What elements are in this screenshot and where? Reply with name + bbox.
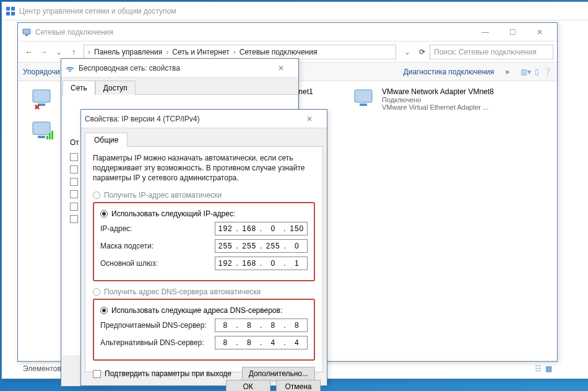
checkbox[interactable] [70, 215, 78, 223]
titlebar[interactable]: Свойства: IP версии 4 (TCP/IPv4) ✕ [81, 110, 327, 128]
radio-ip-auto[interactable]: Получить IP-адрес автоматически [93, 191, 315, 200]
tab-access[interactable]: Доступ [95, 81, 136, 95]
alternate-dns-input[interactable]: 8. 8. 4. 4 [215, 336, 308, 349]
svg-rect-12 [46, 136, 48, 139]
radio-dns-manual[interactable]: Использовать следующие адреса DNS-сервер… [100, 306, 308, 315]
crumb[interactable]: Сеть и Интернет [170, 48, 231, 56]
description-text: Параметры IP можно назначать автоматичес… [93, 153, 315, 183]
subnet-mask-input[interactable]: 255. 255. 255. 0 [215, 239, 308, 253]
svg-rect-11 [38, 136, 45, 138]
svg-rect-13 [49, 133, 51, 139]
radio-label: Получить адрес DNS-сервера автоматически [104, 288, 261, 296]
svg-rect-1 [11, 7, 15, 11]
crumb[interactable]: Панель управления [92, 48, 165, 56]
dns1-label: Предпочитаемый DNS-сервер: [100, 321, 215, 330]
checkbox[interactable] [70, 178, 78, 186]
cancel-button[interactable]: Отмена [276, 380, 321, 391]
gateway-input[interactable]: 192. 168. 0. 1 [215, 257, 308, 270]
view-details-icon[interactable]: ☷ [535, 364, 542, 373]
overflow-button[interactable]: » [505, 68, 509, 76]
nav-fwd-button[interactable]: → [37, 45, 51, 59]
history-dropdown[interactable]: ⌄ [400, 45, 415, 59]
titlebar[interactable]: Сетевые подключения — ☐ ✕ [18, 23, 557, 42]
svg-rect-10 [33, 122, 50, 134]
minimize-button[interactable]: — [472, 24, 499, 41]
tab-network[interactable]: Сеть [63, 81, 95, 95]
titlebar[interactable]: Центр управления сетями и общим доступом… [2, 2, 588, 20]
network-icon [22, 27, 32, 37]
help-icon[interactable]: ❔ [543, 68, 552, 76]
refresh-button[interactable]: ⟳ [415, 45, 430, 59]
adapter-item[interactable]: VMware Network Adapter VMnet8 Подключено… [352, 87, 538, 111]
svg-rect-7 [33, 90, 50, 102]
svg-rect-14 [51, 131, 53, 139]
svg-text:✖: ✖ [34, 103, 40, 110]
radio-label: Использовать следующие адреса DNS-сервер… [111, 306, 282, 315]
view-tiles-icon[interactable]: ▦ [545, 364, 552, 373]
checkbox-icon [93, 370, 101, 378]
dialog-title: Беспроводная сеть: свойства [79, 64, 267, 72]
close-button[interactable]: ✕ [267, 59, 295, 77]
dns-group: Использовать следующие адреса DNS-сервер… [93, 299, 315, 361]
svg-rect-16 [360, 103, 367, 106]
view-layout-icon[interactable]: ▥▾ [521, 68, 531, 76]
svg-rect-3 [11, 12, 15, 15]
dns2-label: Альтернативный DNS-сервер: [100, 338, 215, 347]
radio-icon [100, 210, 108, 217]
maximize-button[interactable]: ☐ [499, 24, 526, 41]
dialog-body: Параметры IP можно назначать автоматичес… [85, 146, 323, 372]
adapter-icon [352, 87, 377, 110]
titlebar[interactable]: Беспроводная сеть: свойства ✕ [61, 59, 298, 77]
ip-address-input[interactable]: 192. 168. 0. 150 [215, 222, 308, 235]
adapter-name: VMware Network Adapter VMnet8 [382, 87, 494, 96]
minimize-button[interactable]: — [585, 2, 588, 20]
nav-back-button[interactable]: ← [22, 45, 37, 59]
tabstrip: Общие [81, 128, 327, 146]
tab-general[interactable]: Общие [85, 133, 128, 147]
radio-dns-auto: Получить адрес DNS-сервера автоматически [93, 288, 315, 296]
search-input[interactable]: Поиск: Сетевые подключения [430, 45, 553, 59]
chevron-right-icon: › [165, 48, 170, 56]
advanced-button[interactable]: Дополнительно... [242, 367, 315, 381]
mask-label: Маска подсети: [100, 242, 215, 250]
ip-group: Использовать следующий IP-адрес: IP-адре… [93, 202, 315, 281]
breadcrumb[interactable]: › Панель управления › Сеть и Интернет › … [84, 45, 396, 59]
checkbox[interactable] [70, 153, 78, 161]
nav-recent-button[interactable]: ⌄ [51, 45, 66, 59]
checkbox-label: Подтвердить параметры при выходе [105, 369, 231, 378]
svg-rect-5 [25, 35, 28, 36]
close-button[interactable]: ✕ [526, 24, 553, 41]
svg-rect-15 [355, 90, 372, 102]
chevron-right-icon: › [232, 48, 237, 56]
nav-up-button[interactable]: ↑ [66, 45, 81, 59]
checkbox[interactable] [70, 190, 78, 198]
close-button[interactable]: ✕ [296, 110, 323, 128]
gw-label: Основной шлюз: [100, 259, 215, 268]
checkbox[interactable] [70, 203, 78, 211]
svg-rect-0 [6, 7, 10, 11]
window-title: Центр управления сетями и общим доступом [19, 7, 585, 15]
crumb[interactable]: Сетевые подключения [237, 48, 320, 56]
radio-label: Получить IP-адрес автоматически [104, 191, 222, 200]
radio-icon [100, 307, 108, 314]
radio-ip-manual[interactable]: Использовать следующий IP-адрес: [100, 209, 308, 218]
chevron-right-icon: › [87, 48, 92, 56]
ip-label: IP-адрес: [100, 224, 215, 233]
adapter-icon [30, 120, 55, 142]
preferred-dns-input[interactable]: 8. 8. 8. 8 [215, 319, 308, 332]
view-preview-icon[interactable]: ▯ [535, 68, 539, 76]
ok-button[interactable]: ОК [226, 380, 270, 391]
search-placeholder: Поиск: Сетевые подключения [434, 48, 537, 56]
checkbox[interactable] [70, 165, 78, 174]
wifi-icon [65, 63, 75, 73]
radio-icon [93, 288, 100, 296]
svg-rect-4 [23, 29, 30, 34]
adapter-icon: ✖ [30, 87, 55, 110]
diagnose-button[interactable]: Диагностика подключения [404, 68, 495, 76]
svg-rect-2 [6, 12, 10, 15]
svg-point-17 [69, 70, 71, 72]
radio-label: Использовать следующий IP-адрес: [111, 209, 235, 218]
app-icon [6, 6, 15, 16]
tabstrip: Сеть Доступ [61, 79, 298, 95]
adapter-device: VMware Virtual Ethernet Adapter ... [382, 103, 494, 111]
